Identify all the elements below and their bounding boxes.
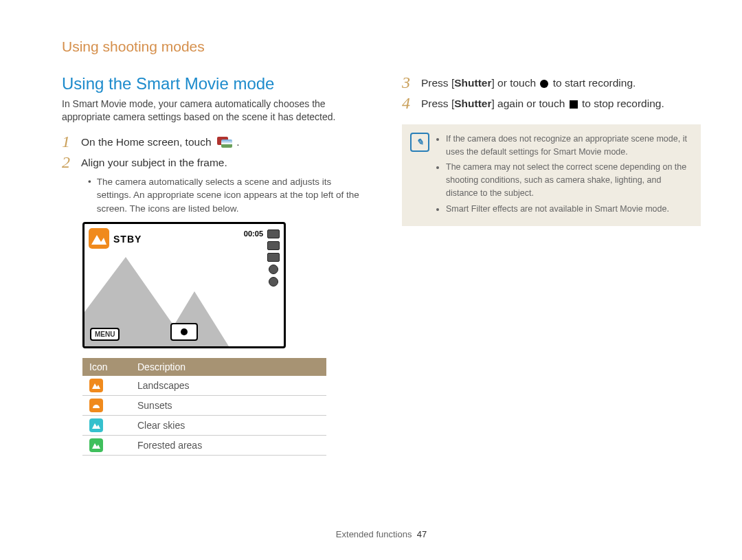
record-stop-icon [570,100,578,109]
step-1-suffix: . [236,136,239,148]
scene-landscape-icon [89,228,109,249]
text: to stop recording. [579,98,664,109]
menu-button[interactable]: MENU [90,328,120,341]
table-cell-description: Landscapes [131,376,326,396]
shutter-label: Shutter [454,98,491,109]
note-item: Smart Filter effects are not available i… [446,203,690,216]
battery-icon [267,229,280,238]
table-cell-description: Clear skies [131,416,326,436]
text: Press [ [421,77,454,89]
footer-label: Extended functions [336,529,412,539]
text: ] again or touch [491,98,567,109]
table-header-icon: Icon [82,358,131,376]
table-row: Landscapes [82,376,326,396]
table-row: Sunsets [82,396,326,416]
page-footer: Extended functions 47 [62,529,701,560]
step-1: 1 On the Home screen, touch . [62,133,361,150]
step-1-text: On the Home screen, touch . [81,133,239,150]
note-item: The camera may not select the correct sc… [446,161,690,199]
timer-label: 00:05 [244,229,263,238]
clear-sky-icon [89,418,103,432]
record-start-icon [540,80,548,88]
left-column: Using the Smart Movie mode In Smart Movi… [62,74,361,529]
section-header: Using shooting modes [62,38,701,55]
step-1-prefix: On the Home screen, touch [81,136,214,148]
icon-legend-table: Icon Description Landscapes Sunsets [82,358,326,456]
table-cell-description: Sunsets [131,396,326,416]
step-3-text: Press [Shutter] or touch to start record… [421,74,636,91]
resolution-icon [267,241,280,250]
right-status-icons [267,229,280,287]
right-column: 3 Press [Shutter] or touch to start reco… [402,74,701,529]
shutter-label: Shutter [454,77,491,89]
step-number: 3 [402,74,414,91]
text: ] or touch [491,77,539,89]
table-cell-description: Forested areas [131,436,326,456]
stby-label: STBY [113,234,142,245]
note-box: ✎ If the camera does not recognize an ap… [402,124,701,227]
page-number: 47 [417,529,427,539]
step-2-note-text: The camera automatically selects a scene… [97,175,361,216]
table-header-description: Description [131,358,326,376]
record-button[interactable] [170,323,198,341]
text: to start recording. [550,77,636,89]
step-2: 2 Align your subject in the frame. [62,154,361,170]
page-heading: Using the Smart Movie mode [62,74,361,93]
landscape-icon [89,379,103,392]
step-number: 1 [62,133,74,150]
note-icon: ✎ [410,133,429,152]
quality-icon [267,253,280,262]
intro-text: In Smart Movie mode, your camera automat… [62,98,361,124]
smart-movie-mode-icon [216,137,232,149]
step-2-note: • The camera automatically selects a sce… [88,175,361,216]
note-item: If the camera does not recognize an appr… [446,133,690,159]
sunset-icon [89,399,103,412]
mic-icon [269,265,278,274]
step-2-text: Align your subject in the frame. [81,154,227,170]
step-3: 3 Press [Shutter] or touch to start reco… [402,74,701,91]
step-number: 2 [62,154,74,170]
text: Press [ [421,98,454,109]
forest-icon [89,438,103,452]
step-4-text: Press [Shutter] again or touch to stop r… [421,95,664,111]
bullet-dot-icon: • [88,175,91,216]
table-row: Clear skies [82,416,326,436]
step-4: 4 Press [Shutter] again or touch to stop… [402,95,701,111]
table-row: Forested areas [82,436,326,456]
stabilizer-icon [269,277,278,287]
camera-preview-illustration: STBY 00:05 MENU [82,222,286,348]
step-number: 4 [402,95,414,111]
record-dot-icon [181,328,188,335]
